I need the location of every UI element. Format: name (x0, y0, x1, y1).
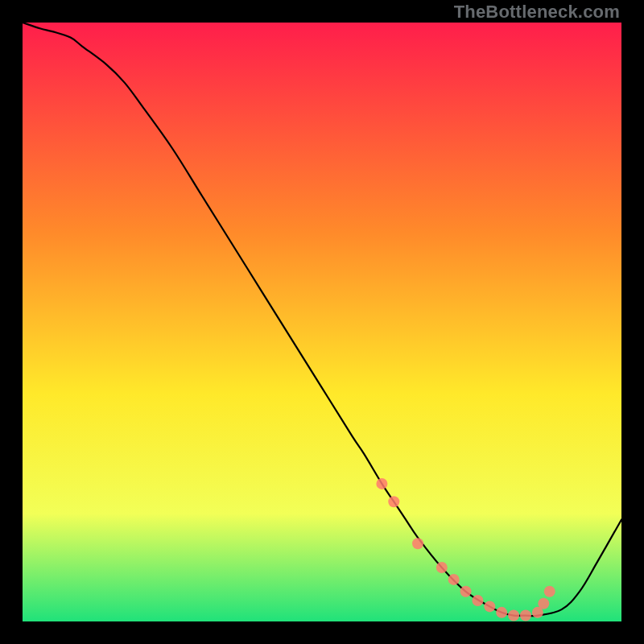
highlight-dot (544, 586, 555, 597)
highlight-dot (436, 562, 448, 573)
chart-background (23, 23, 621, 621)
chart-plot (23, 23, 621, 621)
highlight-dot (538, 598, 549, 609)
highlight-dot (484, 601, 495, 612)
highlight-dot (520, 610, 531, 621)
highlight-dot (472, 595, 483, 606)
highlight-dot (448, 574, 460, 585)
highlight-dot (508, 610, 519, 621)
chart-frame (23, 23, 621, 621)
highlight-dot (412, 538, 423, 549)
highlight-dot (388, 496, 399, 507)
highlight-dot (376, 478, 387, 489)
highlight-dot (496, 607, 507, 618)
highlight-dot (460, 586, 472, 597)
watermark-text: TheBottleneck.com (454, 2, 620, 23)
